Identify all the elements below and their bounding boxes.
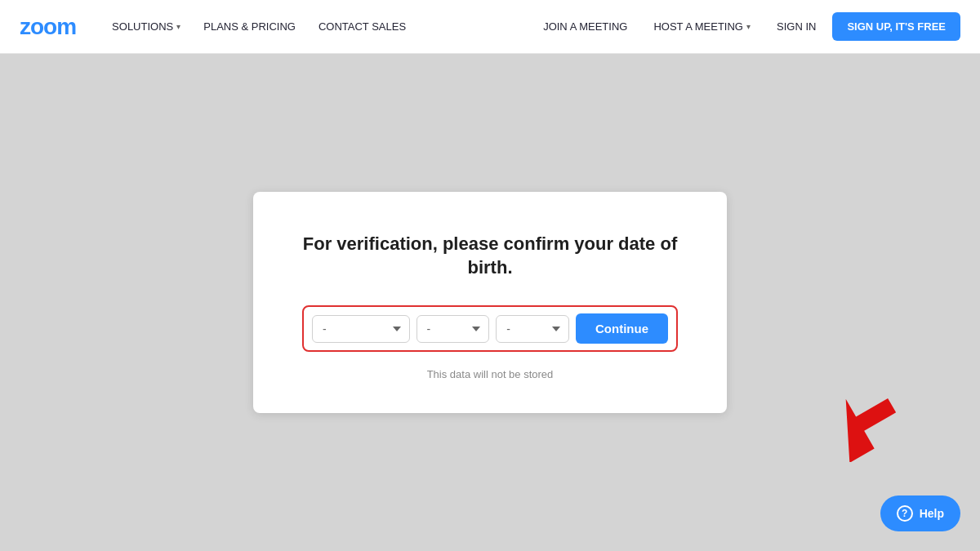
verification-card: For verification, please confirm your da… bbox=[253, 192, 727, 413]
chevron-down-icon: ▾ bbox=[176, 22, 180, 31]
navbar-right: JOIN A MEETING HOST A MEETING ▾ SIGN IN … bbox=[533, 12, 960, 41]
nav-plans-pricing[interactable]: PLANS & PRICING bbox=[194, 14, 305, 39]
logo[interactable]: zoom bbox=[20, 14, 76, 40]
privacy-note: This data will not be stored bbox=[427, 368, 554, 380]
zoom-logo-text: zoom bbox=[20, 14, 76, 39]
continue-button[interactable]: Continue bbox=[576, 313, 668, 344]
nav-links: SOLUTIONS ▾ PLANS & PRICING CONTACT SALE… bbox=[102, 14, 533, 39]
card-title: For verification, please confirm your da… bbox=[302, 233, 678, 279]
dob-form-row: - January February March April May June … bbox=[302, 305, 678, 352]
help-button[interactable]: ? Help bbox=[880, 495, 960, 531]
nav-join-meeting[interactable]: JOIN A MEETING bbox=[533, 14, 637, 39]
nav-contact-sales[interactable]: CONTACT SALES bbox=[309, 14, 416, 39]
signup-button[interactable]: SIGN UP, IT'S FREE bbox=[832, 12, 960, 41]
main-content: For verification, please confirm your da… bbox=[0, 54, 980, 551]
chevron-down-icon: ▾ bbox=[746, 22, 751, 31]
svg-marker-0 bbox=[821, 380, 906, 462]
nav-solutions[interactable]: SOLUTIONS ▾ bbox=[102, 14, 190, 39]
question-mark-icon: ? bbox=[897, 505, 913, 522]
nav-sign-in[interactable]: SIGN IN bbox=[767, 14, 826, 39]
year-select[interactable]: - 20262025202420232022202120202019201820… bbox=[496, 315, 569, 343]
day-select[interactable]: - // filled by JS below 1234567891011121… bbox=[416, 315, 490, 343]
month-select[interactable]: - January February March April May June … bbox=[312, 315, 410, 343]
help-label: Help bbox=[920, 507, 944, 520]
navbar: zoom SOLUTIONS ▾ PLANS & PRICING CONTACT… bbox=[0, 0, 980, 54]
nav-host-meeting[interactable]: HOST A MEETING ▾ bbox=[644, 14, 760, 39]
